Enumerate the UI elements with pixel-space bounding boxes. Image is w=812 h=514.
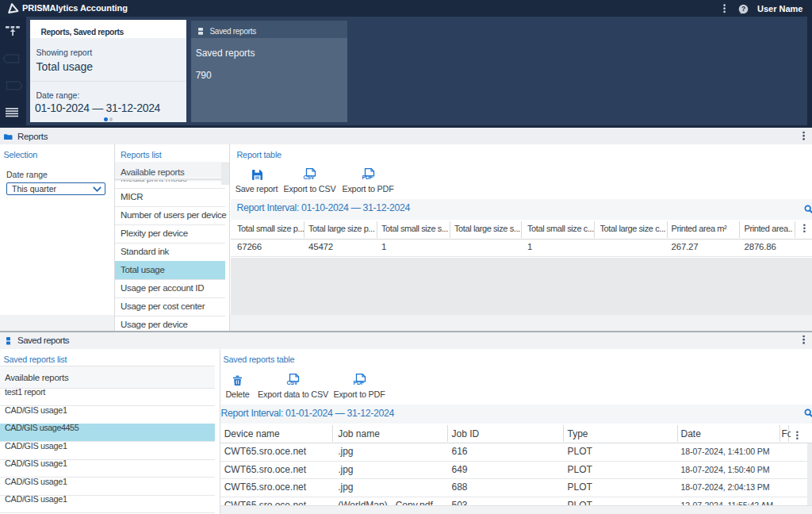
svg-text:CSV: CSV [304, 175, 315, 180]
svg-text:PDF: PDF [353, 380, 364, 386]
svg-text:?: ? [741, 5, 745, 13]
svg-text:CSV: CSV [287, 380, 298, 386]
svg-text:PDF: PDF [362, 175, 373, 180]
